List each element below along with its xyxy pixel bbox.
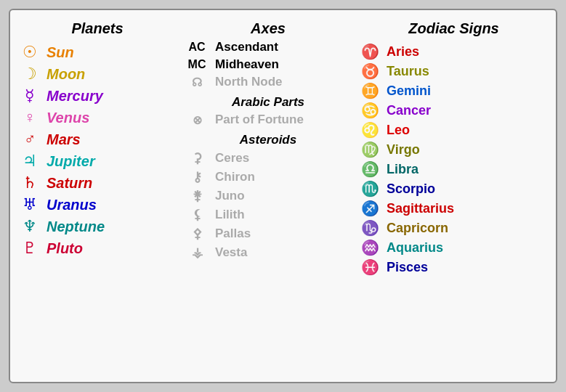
asteroid-symbol: ⚸ (185, 207, 209, 223)
zodiac-symbol: ♓ (359, 258, 381, 276)
planet-name: Uranus (47, 197, 97, 213)
axes-column: Axes AC Ascendant MC Midheaven ☊ North N… (177, 20, 352, 375)
planet-name: Jupiter (47, 153, 95, 170)
planet-row: ♃ Jupiter (17, 152, 177, 171)
zodiac-row: ♓ Pisces (359, 258, 549, 276)
planet-symbol: ♆ (17, 217, 42, 236)
asteroid-symbol: ⚷ (185, 169, 209, 185)
asteroid-row: ⚴ Pallas (185, 226, 352, 242)
zodiac-row: ♌ Leo (359, 121, 549, 139)
planet-symbol: ♄ (17, 173, 42, 192)
asteroid-name: Ceres (215, 151, 249, 166)
zodiac-header: Zodiac Signs (359, 20, 549, 37)
planet-row: ♆ Neptune (17, 217, 177, 236)
asteroid-name: Chiron (215, 170, 255, 184)
asteroids-header: Asteroids (185, 133, 352, 147)
axes-row: ☊ North Node (185, 75, 352, 89)
asteroid-symbol: ⚵ (185, 188, 209, 204)
zodiac-symbol: ♏ (359, 180, 381, 197)
axes-row: AC Ascendant (185, 40, 352, 54)
zodiac-column: Zodiac Signs ♈ Aries ♉ Taurus ♊ Gemini ♋… (352, 20, 549, 375)
planets-list: ☉ Sun ☽ Moon ☿ Mercury ♀ Venus ♂ Mars ♃ … (17, 43, 177, 258)
asteroid-row: ⚷ Chiron (185, 169, 352, 185)
asteroids-list: ⚳ Ceres ⚷ Chiron ⚵ Juno ⚸ Lilith ⚴ Palla… (185, 150, 352, 261)
asteroid-symbol: ⚶ (185, 245, 209, 261)
planets-header: Planets (17, 20, 177, 37)
planet-symbol: ☽ (17, 65, 42, 83)
planets-column: Planets ☉ Sun ☽ Moon ☿ Mercury ♀ Venus ♂… (17, 20, 177, 375)
planet-symbol: ♅ (17, 195, 42, 214)
zodiac-name: Gemini (387, 83, 431, 99)
zodiac-symbol: ♐ (359, 200, 381, 217)
asteroid-symbol: ⚴ (185, 226, 209, 242)
arabic-symbol: ⊗ (185, 113, 209, 127)
planet-row: ☿ Mercury (17, 86, 177, 105)
zodiac-row: ♊ Gemini (359, 82, 549, 99)
planet-symbol: ♇ (17, 239, 42, 258)
asteroid-row: ⚵ Juno (185, 188, 352, 204)
planet-name: Pluto (47, 240, 83, 257)
planet-symbol: ♀ (17, 108, 42, 127)
planet-name: Sun (47, 44, 74, 61)
zodiac-symbol: ♌ (359, 121, 381, 139)
zodiac-row: ♋ Cancer (359, 102, 549, 119)
planet-name: Mars (47, 131, 81, 148)
axes-symbol: ☊ (185, 75, 209, 89)
planet-row: ♂ Mars (17, 130, 177, 149)
zodiac-name: Cancer (387, 103, 431, 118)
planet-row: ♇ Pluto (17, 239, 177, 258)
asteroid-symbol: ⚳ (185, 150, 209, 166)
planet-symbol: ☿ (17, 86, 42, 105)
axes-name: Ascendant (215, 40, 278, 54)
zodiac-row: ♏ Scorpio (359, 180, 549, 197)
planet-row: ☽ Moon (17, 65, 177, 83)
zodiac-row: ♍ Virgo (359, 141, 549, 158)
planet-row: ♀ Venus (17, 108, 177, 127)
planet-name: Saturn (47, 175, 92, 192)
zodiac-row: ♎ Libra (359, 160, 549, 178)
zodiac-name: Leo (387, 123, 410, 138)
axes-symbol: MC (185, 58, 209, 71)
zodiac-symbol: ♉ (359, 62, 381, 80)
zodiac-row: ♑ Capricorn (359, 219, 549, 237)
asteroid-name: Pallas (215, 226, 251, 241)
zodiac-row: ♈ Aries (359, 43, 549, 60)
asteroid-name: Juno (215, 189, 245, 203)
asteroid-name: Vesta (215, 245, 247, 260)
arabic-part-row: ⊗ Part of Fortune (185, 113, 352, 127)
planet-name: Neptune (47, 219, 105, 235)
zodiac-name: Scorpio (387, 181, 435, 197)
arabic-name: Part of Fortune (215, 113, 304, 127)
axes-list: AC Ascendant MC Midheaven ☊ North Node (185, 40, 352, 89)
axes-name: North Node (215, 75, 283, 89)
zodiac-symbol: ♎ (359, 160, 381, 178)
arabic-list: ⊗ Part of Fortune (185, 113, 352, 127)
zodiac-symbol: ♈ (359, 43, 381, 60)
zodiac-list: ♈ Aries ♉ Taurus ♊ Gemini ♋ Cancer ♌ Leo… (359, 43, 549, 276)
zodiac-name: Taurus (387, 64, 429, 79)
axes-name: Midheaven (215, 57, 279, 72)
zodiac-name: Aries (387, 44, 419, 60)
zodiac-name: Pisces (387, 260, 428, 275)
axes-symbol: AC (185, 41, 209, 54)
zodiac-name: Capricorn (387, 221, 448, 236)
asteroid-row: ⚸ Lilith (185, 207, 352, 223)
zodiac-symbol: ♒ (359, 239, 381, 256)
axes-row: MC Midheaven (185, 57, 352, 72)
zodiac-symbol: ♋ (359, 102, 381, 119)
planet-symbol: ♃ (17, 152, 42, 171)
axes-header: Axes (185, 20, 352, 37)
zodiac-row: ♒ Aquarius (359, 239, 549, 256)
planet-symbol: ♂ (17, 130, 42, 149)
zodiac-symbol: ♍ (359, 141, 381, 158)
arabic-parts-header: Arabic Parts (185, 95, 352, 110)
zodiac-name: Aquarius (387, 240, 443, 256)
planet-row: ♅ Uranus (17, 195, 177, 214)
planet-name: Venus (47, 110, 89, 126)
planet-name: Moon (47, 66, 85, 83)
planet-row: ☉ Sun (17, 43, 177, 62)
zodiac-row: ♐ Sagittarius (359, 200, 549, 217)
planet-row: ♄ Saturn (17, 173, 177, 192)
planet-symbol: ☉ (17, 43, 42, 62)
asteroid-row: ⚳ Ceres (185, 150, 352, 166)
